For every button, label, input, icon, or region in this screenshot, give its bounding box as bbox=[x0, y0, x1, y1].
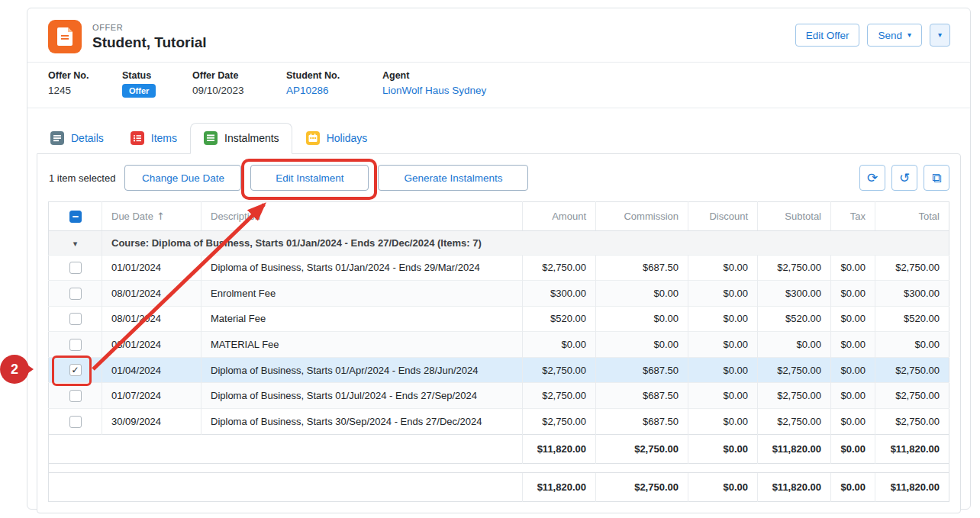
instalment-row-selected[interactable]: 01/04/2024 Diploma of Business, Starts 0… bbox=[49, 357, 949, 383]
group-header-row: ▾ Course: Diploma of Business, Starts 01… bbox=[49, 230, 949, 255]
status-badge: Offer bbox=[122, 84, 156, 98]
cell-amount: $2,750.00 bbox=[523, 357, 596, 383]
send-button[interactable]: Send ▾ bbox=[867, 24, 922, 47]
cell-amount: $300.00 bbox=[523, 281, 596, 307]
cell-due-date: 01/01/2024 bbox=[102, 255, 201, 281]
cell-discount: $0.00 bbox=[688, 332, 758, 358]
col-subtotal[interactable]: Subtotal bbox=[758, 202, 831, 231]
instalment-row[interactable]: 30/09/2024 Diploma of Business, Starts 3… bbox=[49, 408, 949, 434]
items-icon bbox=[130, 130, 145, 146]
cell-tax: $0.00 bbox=[831, 306, 875, 332]
cell-amount: $0.00 bbox=[523, 332, 596, 358]
instalments-panel: 1 item selected Change Due Date Edit Ins… bbox=[37, 153, 961, 513]
cell-commission: $687.50 bbox=[596, 383, 688, 409]
row-checkbox[interactable] bbox=[69, 288, 82, 300]
cell-amount: $2,750.00 bbox=[523, 408, 596, 434]
cell-total: $520.00 bbox=[875, 306, 949, 332]
cell-description: MATERIAL Fee bbox=[201, 332, 523, 358]
row-checkbox[interactable] bbox=[69, 364, 82, 376]
cell-amount: $2,750.00 bbox=[523, 383, 596, 409]
edit-instalment-button[interactable]: Edit Instalment bbox=[250, 165, 369, 191]
cell-commission: $687.50 bbox=[596, 357, 688, 383]
page-title: Student, Tutorial bbox=[92, 34, 207, 51]
col-total[interactable]: Total bbox=[875, 202, 949, 231]
table-spacer bbox=[49, 463, 949, 472]
collapse-group-icon[interactable]: ▾ bbox=[73, 239, 78, 249]
col-amount[interactable]: Amount bbox=[523, 202, 596, 231]
tab-bar: Details Items bbox=[37, 123, 961, 154]
holidays-icon bbox=[305, 130, 321, 146]
cell-due-date: 01/04/2024 bbox=[102, 357, 201, 383]
cell-tax: $0.00 bbox=[831, 357, 875, 383]
details-icon bbox=[50, 130, 65, 146]
cell-tax: $0.00 bbox=[831, 408, 875, 434]
cell-commission: $687.50 bbox=[596, 408, 688, 434]
tab-holidays-label: Holidays bbox=[327, 132, 368, 144]
offer-no-label: Offer No. bbox=[48, 70, 122, 81]
row-checkbox[interactable] bbox=[69, 339, 82, 351]
student-no-link[interactable]: AP10286 bbox=[286, 85, 382, 96]
group-total-total: $11,820.00 bbox=[875, 434, 949, 463]
cell-amount: $520.00 bbox=[523, 306, 596, 332]
grand-total-amount: $11,820.00 bbox=[523, 472, 596, 501]
agent-link[interactable]: LionWolf Haus Sydney bbox=[382, 85, 486, 96]
tab-instalments[interactable]: Instalments bbox=[190, 123, 292, 154]
refresh-button[interactable]: ⟳ bbox=[859, 165, 885, 191]
instalments-toolbar: 1 item selected Change Due Date Edit Ins… bbox=[37, 154, 960, 201]
more-actions-button[interactable]: ▾ bbox=[930, 24, 950, 47]
row-checkbox[interactable] bbox=[69, 416, 82, 428]
cell-subtotal: $2,750.00 bbox=[758, 357, 831, 383]
cell-discount: $0.00 bbox=[688, 281, 758, 307]
cell-commission: $0.00 bbox=[596, 332, 688, 358]
col-description[interactable]: Description bbox=[201, 202, 523, 231]
cell-commission: $687.50 bbox=[596, 255, 688, 281]
cell-due-date: 30/09/2024 bbox=[102, 408, 201, 434]
cell-subtotal: $2,750.00 bbox=[758, 383, 831, 409]
instalment-row[interactable]: 08/01/2024 Material Fee $520.00 $0.00 $0… bbox=[49, 306, 949, 332]
cell-total: $0.00 bbox=[875, 332, 949, 358]
col-tax[interactable]: Tax bbox=[831, 202, 875, 231]
cell-tax: $0.00 bbox=[831, 332, 875, 358]
change-due-date-button[interactable]: Change Due Date bbox=[124, 165, 241, 191]
tab-details[interactable]: Details bbox=[37, 123, 117, 154]
col-due-date[interactable]: Due Date↑ bbox=[102, 202, 201, 231]
history-button[interactable]: ↺ bbox=[891, 165, 917, 191]
grand-total-commission: $2,750.00 bbox=[596, 472, 688, 501]
status-label: Status bbox=[122, 70, 192, 81]
generate-instalments-button[interactable]: Generate Instalments bbox=[378, 165, 528, 191]
annotation-step-number: 2 bbox=[11, 362, 18, 378]
group-total-row: $11,820.00 $2,750.00 $0.00 $11,820.00 $0… bbox=[49, 434, 949, 463]
edit-offer-button[interactable]: Edit Offer bbox=[795, 24, 860, 47]
tab-instalments-label: Instalments bbox=[224, 132, 279, 144]
tab-holidays[interactable]: Holidays bbox=[292, 123, 381, 154]
instalments-icon bbox=[203, 130, 218, 146]
row-checkbox[interactable] bbox=[69, 313, 82, 325]
cell-due-date: 01/07/2024 bbox=[102, 383, 201, 409]
history-icon: ↺ bbox=[899, 172, 910, 185]
cell-amount: $2,750.00 bbox=[523, 255, 596, 281]
select-all-checkbox[interactable] bbox=[69, 211, 82, 223]
tab-items[interactable]: Items bbox=[117, 123, 190, 154]
cell-discount: $0.00 bbox=[688, 357, 758, 383]
cell-due-date: 08/01/2024 bbox=[102, 306, 201, 332]
cell-subtotal: $2,750.00 bbox=[758, 255, 831, 281]
instalment-row[interactable]: 01/01/2024 Diploma of Business, Starts 0… bbox=[49, 255, 949, 281]
row-checkbox[interactable] bbox=[69, 390, 82, 402]
cell-discount: $0.00 bbox=[688, 306, 758, 332]
cell-subtotal: $0.00 bbox=[758, 332, 831, 358]
cell-description: Diploma of Business, Starts 01/Jan/2024 … bbox=[201, 255, 523, 281]
offer-date-label: Offer Date bbox=[192, 70, 286, 81]
row-checkbox[interactable] bbox=[69, 262, 82, 274]
chevron-down-icon: ▾ bbox=[907, 31, 911, 39]
instalment-row[interactable]: 01/07/2024 Diploma of Business, Starts 0… bbox=[49, 383, 949, 409]
copy-button[interactable]: ⧉ bbox=[924, 165, 949, 191]
cell-subtotal: $520.00 bbox=[758, 306, 831, 332]
col-commission[interactable]: Commission bbox=[596, 202, 688, 231]
cell-description: Enrolment Fee bbox=[201, 281, 523, 307]
col-discount[interactable]: Discount bbox=[688, 202, 758, 231]
instalment-row[interactable]: 08/01/2024 Enrolment Fee $300.00 $0.00 $… bbox=[49, 281, 949, 307]
group-total-tax: $0.00 bbox=[831, 434, 875, 463]
cell-description: Diploma of Business, Starts 01/Jul/2024 … bbox=[201, 383, 523, 409]
instalment-row[interactable]: 08/01/2024 MATERIAL Fee $0.00 $0.00 $0.0… bbox=[49, 332, 949, 358]
cell-discount: $0.00 bbox=[688, 255, 758, 281]
